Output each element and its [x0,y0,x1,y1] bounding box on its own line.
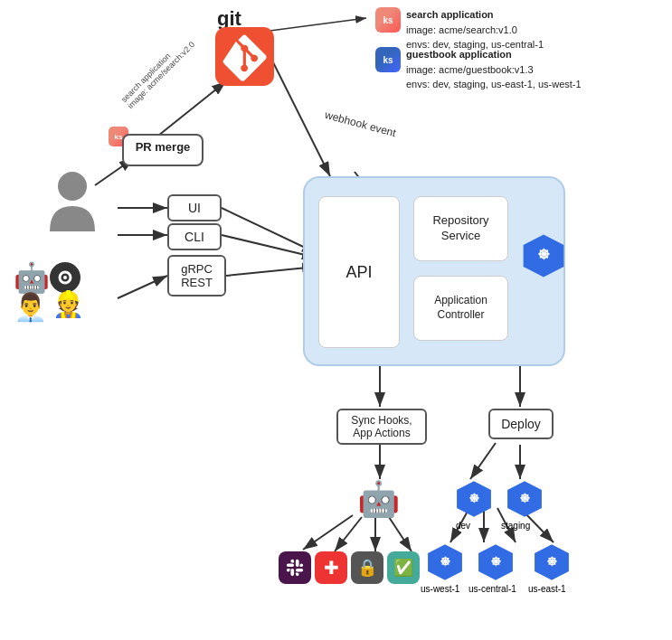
slack-icon [279,551,311,584]
webhook-label: webhook event [323,108,397,141]
k8s-dev-icon: ⎈ [454,479,494,522]
svg-text:⎈: ⎈ [547,552,557,569]
repository-service-box: Repository Service [413,196,508,261]
svg-text:⎈: ⎈ [538,243,550,263]
kubernetes-icon: ⎈ [520,232,567,279]
guestbook-app-text: guestbook application image: acme/guestb… [406,47,582,92]
svg-point-30 [63,276,67,279]
search-app-info: ks search application image: acme/search… [375,7,544,52]
guestbook-app-ks-icon: ks [375,47,401,72]
lock-icon: 🔒 [351,551,383,584]
api-box: API [318,196,400,348]
cli-box: CLI [167,223,222,250]
ui-box: UI [167,194,222,221]
svg-point-27 [58,172,87,201]
svg-text:⎈: ⎈ [469,489,479,506]
svg-text:⎈: ⎈ [520,489,530,506]
grpc-box: gRPC REST [167,255,226,296]
svg-line-18 [389,517,412,551]
argocd-robot-icon: 🤖 [14,260,50,295]
svg-text:⎈: ⎈ [491,552,501,569]
integration-icons: ✚ 🔒 ✅ [279,551,420,584]
staging-label: staging [501,521,530,531]
argo-container: API Repository Service Application Contr… [303,176,565,366]
k8s-useast1-icon: ⎈ [532,542,572,586]
sync-hooks-box: Sync Hooks, App Actions [336,409,427,445]
jenkins-icon: 👨‍💼 [14,291,47,323]
search-app-text: search application image: acme/search:v1… [406,7,544,52]
dev-label: dev [456,521,470,531]
k8s-staging-icon: ⎈ [505,479,544,522]
us-east-1-label: us-east-1 [528,584,566,594]
us-central-1-label: us-central-1 [469,584,516,594]
argocd-bot-avatar: 🤖 [357,479,400,519]
svg-line-4 [118,276,167,298]
svg-line-8 [271,59,330,176]
k8s-uscentral1-icon: ⎈ [476,542,516,586]
search-app-ks-icon: ks [375,7,401,33]
guestbook-app-info: ks guestbook application image: acme/gue… [375,47,582,92]
architecture-diagram: git ks search application image: acme/se… [0,0,672,640]
user-icon [45,170,99,241]
svg-line-16 [335,517,362,551]
svg-line-15 [303,515,353,550]
application-controller-box: Application Controller [413,276,508,341]
pr-merge-box: PR merge [122,134,203,166]
deploy-box: Deploy [488,409,554,439]
us-west-1-label: us-west-1 [421,584,459,594]
search-app-rotated-label: search applicationimage: acme/search:v2.… [119,33,196,110]
helm-icon: 👷 [52,289,84,319]
git-icon [215,27,274,86]
alert-icon: ✚ [315,551,347,584]
k8s-uswest1-icon: ⎈ [425,542,465,586]
checklist-icon: ✅ [387,551,420,584]
svg-line-19 [470,443,496,479]
svg-text:⎈: ⎈ [440,552,450,569]
